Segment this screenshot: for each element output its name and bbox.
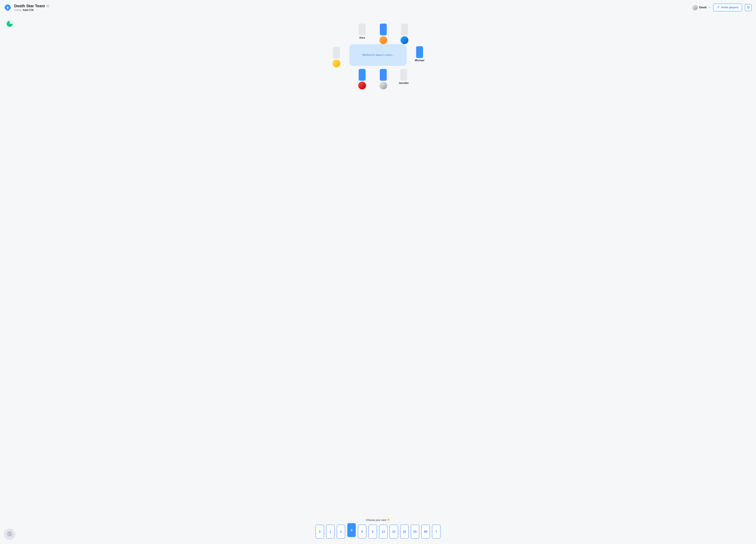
seat-bottom-1 — [355, 69, 369, 90]
seat-avatar-icon — [401, 36, 408, 44]
deck-card-55[interactable]: 55 — [411, 525, 419, 539]
svg-point-11 — [10, 534, 11, 535]
deck-card-0[interactable]: 0 — [316, 525, 324, 539]
seat-bottom-2 — [376, 69, 390, 90]
assistant-bot-button[interactable] — [4, 529, 15, 540]
issues-button[interactable] — [745, 4, 752, 11]
seat-michael: Michael — [413, 46, 426, 62]
seat-avatar-icon — [332, 60, 340, 67]
gear-icon[interactable] — [46, 5, 49, 8]
seat-card — [359, 69, 366, 81]
deck-card-?[interactable]: ? — [432, 525, 440, 539]
robot-icon — [7, 531, 13, 538]
card-deck: 0123581321345589? — [316, 525, 440, 539]
user-menu[interactable]: David — [692, 5, 710, 10]
svg-point-1 — [718, 6, 719, 7]
deck-card-13[interactable]: 13 — [379, 525, 388, 539]
table-status-text: Waiting for player's votes... — [362, 54, 394, 56]
title-row: Death Star Team — [14, 4, 49, 8]
seat-card — [416, 46, 423, 58]
seat-avatar-icon — [358, 82, 366, 90]
team-name[interactable]: Death Star Team — [14, 4, 45, 8]
seat-avatar-icon — [379, 36, 387, 44]
seat-avatar-icon — [379, 82, 387, 90]
app-logo-icon[interactable] — [4, 4, 12, 12]
seat-card — [333, 47, 340, 59]
deck-card-3[interactable]: 3 — [347, 523, 356, 537]
list-icon — [747, 6, 750, 9]
deck-caption: Choose your card 👇 — [366, 518, 390, 522]
seat-top-3 — [398, 24, 411, 44]
title-block: Death Star Team Voting: Add CTA — [14, 4, 49, 12]
svg-point-13 — [9, 531, 10, 532]
header-left: Death Star Team Voting: Add CTA — [4, 4, 49, 12]
seat-card — [380, 24, 387, 35]
seat-jennifer: Jennifer — [397, 69, 411, 85]
seat-label: Michael — [415, 59, 424, 62]
header: Death Star Team Voting: Add CTA David — [0, 0, 756, 12]
deck-card-2[interactable]: 2 — [337, 525, 345, 539]
invite-label: Invite players — [721, 6, 738, 9]
deck-card-8[interactable]: 8 — [368, 525, 377, 539]
seat-label: Jennifer — [399, 82, 409, 85]
svg-point-0 — [48, 6, 48, 6]
seat-top-2 — [376, 24, 390, 44]
seat-card — [401, 24, 408, 35]
table-area: Waiting for player's votes... Sara Micha… — [325, 29, 431, 80]
seat-card — [380, 69, 387, 81]
deck-card-1[interactable]: 1 — [326, 525, 335, 539]
svg-point-14 — [8, 532, 9, 533]
timer-pie-icon — [6, 21, 13, 28]
deck-card-21[interactable]: 21 — [390, 525, 398, 539]
svg-point-10 — [8, 534, 9, 535]
user-avatar-icon — [692, 5, 698, 10]
table-surface: Waiting for player's votes... — [349, 44, 407, 66]
invite-icon — [717, 6, 720, 9]
deck-card-5[interactable]: 5 — [358, 525, 366, 539]
voting-subtitle: Voting: Add CTA — [14, 9, 49, 12]
header-right: David Invite players — [692, 4, 752, 11]
chevron-down-icon — [708, 6, 710, 9]
seat-label: Sara — [359, 36, 365, 39]
deck-card-34[interactable]: 34 — [400, 525, 409, 539]
seat-left-1 — [330, 47, 343, 67]
deck-card-89[interactable]: 89 — [421, 525, 430, 539]
timer-badge[interactable] — [4, 19, 15, 30]
voting-item[interactable]: Add CTA — [23, 9, 34, 11]
seat-card — [400, 69, 407, 81]
seat-sara: Sara — [355, 24, 369, 39]
invite-players-button[interactable]: Invite players — [713, 4, 742, 11]
user-name-label: David — [699, 6, 707, 9]
seat-card — [359, 24, 366, 35]
svg-point-15 — [11, 532, 11, 533]
voting-label: Voting: — [14, 9, 22, 11]
